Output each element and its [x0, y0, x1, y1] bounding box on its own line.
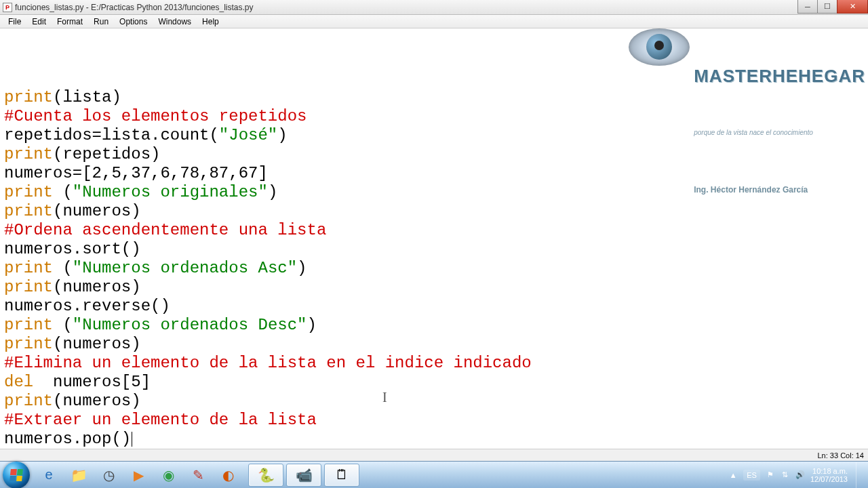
eye-icon — [629, 28, 690, 66]
code-line: print ("Numeros ordenados Asc") — [4, 259, 864, 278]
text-cursor-icon: I — [382, 388, 387, 407]
clock-date: 12/07/2013 — [810, 475, 848, 483]
maximize-button[interactable]: ☐ — [817, 0, 837, 14]
code-line: print(numeros) — [4, 392, 864, 411]
code-line: numeros.sort() — [4, 240, 864, 259]
explorer-icon[interactable]: 📁 — [64, 464, 94, 487]
app-icon: P — [3, 3, 12, 12]
action-center-icon[interactable]: ⚑ — [766, 470, 775, 480]
system-tray: ▲ ES ⚑ ⇅ 🔊 10:18 a.m. 12/07/2013 — [728, 462, 865, 488]
watermark-title: MASTERHEHEGAR — [694, 66, 865, 85]
code-line: #Elimina un elemento de la lista en el i… — [4, 354, 864, 373]
language-indicator[interactable]: ES — [743, 470, 760, 481]
clock-time: 10:18 a.m. — [810, 467, 848, 475]
close-button[interactable]: ✕ — [837, 0, 868, 14]
code-line: print(lista) — [4, 88, 864, 107]
menu-bar: FileEditFormatRunOptionsWindowsHelp — [0, 15, 868, 28]
idle-icon[interactable]: 🐍 — [248, 464, 283, 487]
ie-icon[interactable]: e — [34, 464, 64, 487]
menu-edit[interactable]: Edit — [26, 16, 52, 28]
taskbar: e📁◷▶◉✎◐ 🐍📹🗒 ▲ ES ⚑ ⇅ 🔊 10:18 a.m. 12/07/… — [0, 461, 868, 488]
code-line: numeros.pop() — [4, 430, 864, 449]
code-editor[interactable]: MASTERHEHEGAR porque de la vista nace el… — [0, 28, 868, 449]
tray-expand-icon[interactable]: ▲ — [728, 470, 738, 480]
text-caret — [132, 432, 132, 447]
window-titlebar: P funciones_listas.py - E:/Practicas Pyt… — [0, 0, 868, 15]
firefox-icon[interactable]: ◐ — [213, 464, 243, 487]
show-desktop-button[interactable] — [856, 462, 863, 488]
media-player-icon[interactable]: ▶ — [123, 464, 153, 487]
camtasia-icon[interactable]: 📹 — [286, 464, 321, 487]
status-bar: Ln: 33 Col: 14 — [0, 449, 868, 461]
pdf-icon[interactable]: ✎ — [183, 464, 213, 487]
windows-logo-icon — [9, 469, 23, 481]
menu-help[interactable]: Help — [197, 16, 224, 28]
code-line: print ("Numeros originales") — [4, 183, 864, 202]
clock-icon[interactable]: ◷ — [94, 464, 123, 487]
clock[interactable]: 10:18 a.m. 12/07/2013 — [810, 467, 848, 483]
code-line: print ("Numeros ordenados Desc") — [4, 316, 864, 335]
code-line: #Extraer un elemento de la lista — [4, 411, 864, 430]
code-line: #Cuenta los elementos repetidos — [4, 107, 864, 126]
menu-file[interactable]: File — [3, 16, 26, 28]
code-line: repetidos=lista.count("José") — [4, 126, 864, 145]
code-line: print(repetidos) — [4, 145, 864, 164]
volume-icon[interactable]: 🔊 — [795, 470, 805, 480]
menu-run[interactable]: Run — [88, 16, 114, 28]
menu-format[interactable]: Format — [52, 16, 88, 28]
code-line: #Ordena ascendentemente una lista — [4, 221, 864, 240]
code-line: print(numeros) — [4, 278, 864, 297]
menu-options[interactable]: Options — [114, 16, 153, 28]
code-line: numeros.reverse() — [4, 297, 864, 316]
start-button[interactable] — [3, 462, 30, 489]
notes-icon[interactable]: 🗒 — [324, 464, 359, 487]
code-line: print(numeros) — [4, 202, 864, 221]
menu-windows[interactable]: Windows — [153, 16, 197, 28]
window-title: funciones_listas.py - E:/Practicas Pytho… — [15, 3, 254, 12]
code-line: numeros=[2,5,37,6,78,87,67] — [4, 164, 864, 183]
code-line: print(numeros) — [4, 335, 864, 354]
chrome-icon[interactable]: ◉ — [153, 464, 183, 487]
code-line: del numeros[5] — [4, 373, 864, 392]
minimize-button[interactable]: ─ — [797, 0, 818, 14]
network-icon[interactable]: ⇅ — [781, 470, 790, 480]
cursor-position: Ln: 33 Col: 14 — [818, 451, 865, 460]
